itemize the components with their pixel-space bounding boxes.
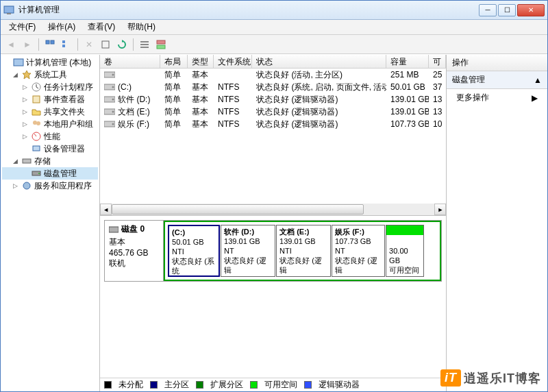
tree-label: 任务计划程序: [44, 82, 93, 93]
tree-label: 事件查看器: [44, 94, 85, 106]
forward-button[interactable]: ►: [20, 37, 35, 52]
partition[interactable]: (C:)50.01 GB NTI状态良好 (系统: [168, 225, 220, 277]
actions-header: 操作: [447, 55, 547, 71]
svg-point-15: [33, 121, 37, 125]
view-map-button[interactable]: [153, 37, 169, 52]
svg-rect-3: [51, 40, 54, 44]
scroll-left-button[interactable]: ◄: [100, 204, 112, 215]
tree-panel: 计算机管理 (本地) ◢系统工具 ▷任务计划程序 ▷事件查看器 ▷共享文件夹 ▷…: [1, 55, 100, 391]
legend: 未分配 主分区 扩展分区 可用空间 逻辑驱动器: [100, 378, 446, 391]
tree-root-label: 计算机管理 (本地): [26, 57, 91, 69]
titlebar: 计算机管理 ─ ☐ ✕: [1, 1, 547, 20]
legend-primary: 主分区: [164, 379, 189, 391]
back-button[interactable]: ◄: [3, 37, 18, 52]
col-volume[interactable]: 卷: [100, 55, 160, 68]
partitions-container: (C:)50.01 GB NTI状态良好 (系统软件 (D:)139.01 GB…: [164, 221, 441, 281]
tree-services[interactable]: ▷服务和应用程序: [2, 180, 98, 192]
delete-button[interactable]: ✕: [82, 37, 97, 52]
tree-task[interactable]: ▷任务计划程序: [2, 81, 98, 93]
svg-rect-12: [14, 59, 23, 66]
tree-label: 本地用户和组: [44, 119, 93, 130]
svg-point-22: [23, 182, 30, 189]
tree-devmgr[interactable]: 设备管理器: [2, 143, 98, 155]
actions-panel: 操作 磁盘管理▲ 更多操作▶: [447, 55, 547, 391]
more-actions[interactable]: 更多操作▶: [447, 89, 547, 106]
collapse-icon: ▲: [534, 75, 542, 85]
svg-rect-4: [62, 40, 65, 43]
refresh-button[interactable]: [114, 37, 129, 52]
volume-row[interactable]: 文档 (E:)简单基本NTFS状态良好 (逻辑驱动器)139.01 GB13: [100, 106, 446, 118]
svg-rect-9: [140, 47, 149, 48]
menu-help[interactable]: 帮助(H): [122, 20, 161, 34]
col-fs[interactable]: 文件系统: [214, 55, 252, 68]
legend-unalloc: 未分配: [119, 379, 143, 391]
actions-section-label: 磁盘管理: [452, 74, 485, 86]
tree-systools[interactable]: ◢系统工具: [2, 69, 98, 81]
col-status[interactable]: 状态: [252, 55, 386, 68]
menu-file[interactable]: 文件(F): [3, 20, 41, 34]
scroll-right-button[interactable]: ►: [434, 204, 446, 215]
partition[interactable]: 30.00 GB可用空间: [386, 225, 424, 277]
volume-row[interactable]: 简单基本状态良好 (活动, 主分区)251 MB25: [100, 69, 446, 81]
col-capacity[interactable]: 容量: [386, 55, 429, 68]
tree-label: 系统工具: [34, 69, 67, 81]
tree-label: 服务和应用程序: [34, 180, 92, 192]
tree-perf[interactable]: ▷性能: [2, 130, 98, 143]
tree-root[interactable]: 计算机管理 (本地): [2, 56, 98, 69]
svg-point-26: [112, 86, 114, 88]
partition[interactable]: 文档 (E:)139.01 GB NTI状态良好 (逻辑: [276, 225, 331, 277]
disk-map: 磁盘 0 基本 465.76 GB 联机 (C:)50.01 GB NTI状态良…: [100, 216, 446, 378]
volume-row[interactable]: 软件 (D:)简单基本NTFS状态良好 (逻辑驱动器)139.01 GB13: [100, 93, 446, 106]
svg-rect-5: [62, 45, 65, 47]
svg-rect-10: [157, 40, 165, 44]
legend-logical: 逻辑驱动器: [319, 379, 360, 391]
svg-rect-11: [157, 45, 165, 49]
more-actions-label: 更多操作: [456, 92, 489, 103]
col-free[interactable]: 可: [429, 55, 446, 68]
volume-list: 卷 布局 类型 文件系统 状态 容量 可 简单基本状态良好 (活动, 主分区)2…: [100, 55, 446, 216]
legend-extended: 扩展分区: [210, 379, 243, 391]
tree-diskmgmt[interactable]: 磁盘管理: [2, 167, 98, 180]
view-list-button[interactable]: [137, 37, 152, 52]
svg-rect-0: [4, 6, 14, 13]
tree-shared[interactable]: ▷共享文件夹: [2, 106, 98, 118]
view-large-button[interactable]: [42, 37, 58, 52]
vol-name: 软件 (D:): [118, 94, 150, 106]
actions-section[interactable]: 磁盘管理▲: [447, 71, 547, 89]
disk-state: 联机: [109, 258, 159, 269]
main-panel: 卷 布局 类型 文件系统 状态 容量 可 简单基本状态良好 (活动, 主分区)2…: [100, 55, 447, 391]
minimize-button[interactable]: ─: [479, 4, 497, 16]
disk-row[interactable]: 磁盘 0 基本 465.76 GB 联机 (C:)50.01 GB NTI状态良…: [104, 220, 442, 282]
col-layout[interactable]: 布局: [160, 55, 188, 68]
svg-point-30: [112, 111, 114, 113]
horizontal-scrollbar[interactable]: ◄ ►: [100, 204, 446, 215]
vol-name: 文档 (E:): [118, 106, 150, 118]
tree-label: 共享文件夹: [44, 106, 85, 118]
volume-row[interactable]: 娱乐 (F:)简单基本NTFS状态良好 (逻辑驱动器)107.73 GB10: [100, 118, 446, 130]
col-type[interactable]: 类型: [188, 55, 214, 68]
svg-point-32: [112, 123, 114, 125]
menu-action[interactable]: 操作(A): [42, 20, 81, 34]
svg-rect-19: [23, 159, 31, 163]
tree-label: 磁盘管理: [44, 168, 77, 180]
svg-point-28: [112, 99, 114, 101]
volume-header: 卷 布局 类型 文件系统 状态 容量 可: [100, 55, 446, 69]
volume-row[interactable]: (C:)简单基本NTFS状态良好 (系统, 启动, 页面文件, 活动, 主分区)…: [100, 81, 446, 93]
svg-point-16: [36, 121, 40, 125]
close-button[interactable]: ✕: [517, 4, 545, 16]
partition[interactable]: 软件 (D:)139.01 GB NT状态良好 (逻辑: [221, 225, 275, 277]
view-small-button[interactable]: [59, 37, 74, 52]
legend-logical-swatch: [304, 381, 312, 389]
svg-rect-8: [140, 44, 149, 45]
tree-storage[interactable]: ◢存储: [2, 155, 98, 167]
legend-free: 可用空间: [264, 379, 297, 391]
partition[interactable]: 娱乐 (F:)107.73 GB NT状态良好 (逻辑: [332, 225, 385, 277]
properties-button[interactable]: [98, 37, 113, 52]
tree-users[interactable]: ▷本地用户和组: [2, 118, 98, 130]
menu-view[interactable]: 查看(V): [82, 20, 121, 34]
svg-rect-33: [109, 227, 119, 232]
maximize-button[interactable]: ☐: [498, 4, 516, 16]
app-icon: [3, 5, 14, 16]
tree-event[interactable]: ▷事件查看器: [2, 93, 98, 106]
svg-point-24: [112, 74, 114, 76]
